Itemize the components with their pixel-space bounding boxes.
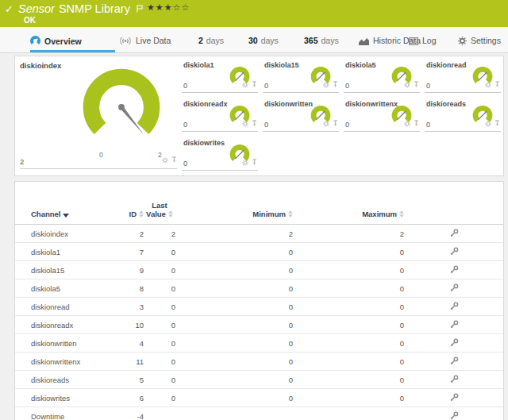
small-gauge-value: 0 <box>183 82 187 90</box>
tab-bar: Overview Live Data 2days 30days 365days … <box>0 27 508 53</box>
edit-channel-wrench-icon[interactable] <box>450 302 459 312</box>
table-row[interactable]: diskionreadx 10 0 0 0 <box>15 316 503 334</box>
gauge-pin-icon[interactable] <box>252 155 257 168</box>
channel-minimum: 2 <box>175 229 293 238</box>
channel-id: 7 <box>110 248 144 256</box>
primary-gauge-panel[interactable]: diskioindex 2 0 2 <box>20 56 177 169</box>
column-header-id[interactable]: ID <box>110 210 144 219</box>
column-header-minimum[interactable]: Minimum <box>175 210 293 219</box>
edit-channel-wrench-icon[interactable] <box>450 356 459 367</box>
channel-minimum: 0 <box>175 266 293 275</box>
table-row[interactable]: diskiola1 7 0 0 0 <box>15 243 503 261</box>
channel-minimum: 0 <box>175 339 293 348</box>
tab-live-data[interactable]: Live Data <box>119 36 171 47</box>
tab-2-days[interactable]: 2days <box>198 36 224 45</box>
column-header-last-value[interactable]: LastValue <box>144 201 175 219</box>
primary-gauge <box>77 65 166 148</box>
tab-365-days[interactable]: 365days <box>304 36 339 45</box>
table-row[interactable]: diskionread 3 0 0 0 <box>15 298 503 316</box>
edit-channel-wrench-icon[interactable] <box>450 320 459 330</box>
gauge-settings-gear-icon[interactable] <box>404 77 410 91</box>
tab-settings[interactable]: Settings <box>458 36 501 47</box>
table-row[interactable]: diskionwrittenx 11 0 0 0 <box>15 353 503 371</box>
gauge-pin-icon[interactable] <box>414 116 419 129</box>
small-gauge-panel[interactable]: diskionread 0 <box>425 58 501 93</box>
small-gauge-panel[interactable]: diskiola1 0 <box>182 58 258 93</box>
channel-name: Downtime <box>15 412 110 420</box>
small-gauge-panel[interactable]: diskioreads 0 <box>425 97 501 132</box>
small-gauge-title: diskiola1 <box>183 61 214 69</box>
gauge-settings-gear-icon[interactable] <box>323 116 329 129</box>
table-row[interactable]: Downtime -4 <box>15 407 503 420</box>
gauge-settings-gear-icon[interactable] <box>323 77 329 91</box>
gauge-settings-gear-icon[interactable] <box>485 77 491 91</box>
gauge-pin-icon[interactable] <box>414 77 419 91</box>
small-gauge-panel[interactable]: diskionwritten 0 <box>263 97 339 132</box>
channel-last-value: 0 <box>144 339 175 348</box>
tab-overview[interactable]: Overview <box>30 36 82 48</box>
flag-icon[interactable] <box>137 2 143 16</box>
tab-label: days <box>261 36 279 45</box>
small-gauge-panel[interactable]: diskionwrittenx 0 <box>344 97 420 132</box>
channels-table: Channel ID LastValue Minimum Maximum dis… <box>14 181 504 420</box>
tab-label: Settings <box>471 36 501 45</box>
tab-30-days[interactable]: 30days <box>248 36 279 45</box>
gauge-settings-gear-icon[interactable] <box>485 116 491 129</box>
channel-name: diskionwrittenx <box>15 357 110 366</box>
table-row[interactable]: diskiola5 8 0 0 0 <box>15 279 503 298</box>
table-row[interactable]: diskionwritten 4 0 0 0 <box>15 334 503 353</box>
gauge-pin-icon[interactable] <box>495 116 500 129</box>
small-gauge-panel[interactable]: diskionreadx 0 <box>182 97 258 132</box>
column-label: Maximum <box>362 210 397 218</box>
edit-channel-wrench-icon[interactable] <box>450 265 459 276</box>
edit-channel-wrench-icon[interactable] <box>450 375 459 385</box>
gauge-settings-gear-icon[interactable] <box>242 77 248 91</box>
edit-channel-wrench-icon[interactable] <box>450 411 459 420</box>
gauge-settings-gear-icon[interactable] <box>404 116 410 129</box>
sort-desc-icon <box>63 210 69 219</box>
tab-log[interactable]: Log <box>409 36 437 47</box>
table-row[interactable]: diskiola15 9 0 0 0 <box>15 261 503 279</box>
gauge-pin-icon[interactable] <box>333 116 338 129</box>
small-gauge-title: diskiowrites <box>183 139 225 147</box>
gauge-settings-gear-icon[interactable] <box>162 152 168 166</box>
small-gauge-panel[interactable]: diskiowrites 0 <box>182 136 258 171</box>
gauge-pin-icon[interactable] <box>333 77 338 91</box>
edit-channel-wrench-icon[interactable] <box>450 283 459 294</box>
small-gauge-panel[interactable]: diskiola15 0 <box>263 58 339 93</box>
ok-check-icon: ✓ <box>5 3 13 15</box>
edit-channel-wrench-icon[interactable] <box>450 393 459 403</box>
channel-maximum: 0 <box>293 376 404 384</box>
small-gauge-title: diskionread <box>426 61 467 69</box>
gauge-settings-gear-icon[interactable] <box>242 155 248 168</box>
table-row[interactable]: diskioreads 5 0 0 0 <box>15 371 503 389</box>
gauge-pin-icon[interactable] <box>495 77 500 91</box>
gauge-settings-gear-icon[interactable] <box>242 116 248 129</box>
gauge-pin-icon[interactable] <box>252 116 257 129</box>
channel-maximum: 0 <box>293 339 404 348</box>
tab-label: days <box>321 36 339 45</box>
channel-minimum: 0 <box>175 376 293 384</box>
edit-channel-wrench-icon[interactable] <box>450 338 459 349</box>
channel-maximum: 2 <box>293 229 404 238</box>
gauge-scale-min: 0 <box>99 151 103 159</box>
edit-channel-wrench-icon[interactable] <box>450 247 459 257</box>
gauge-pin-icon[interactable] <box>171 152 177 166</box>
tab-label: days <box>206 36 224 45</box>
small-gauges-grid: diskiola1 0 diskiola15 0 diskiola5 0 <box>182 58 501 171</box>
channel-maximum: 0 <box>293 357 404 366</box>
small-gauge-value: 0 <box>183 121 187 129</box>
gauge-icon <box>30 36 40 48</box>
sensor-title: SNMP Library <box>59 2 130 15</box>
priority-stars[interactable]: ★★★☆☆ <box>147 2 190 13</box>
column-header-channel[interactable]: Channel <box>15 210 110 219</box>
sort-icon <box>168 210 173 219</box>
small-gauge-title: diskionwritten <box>264 100 313 108</box>
column-header-maximum[interactable]: Maximum <box>293 210 404 219</box>
table-row[interactable]: diskioindex 2 2 2 2 <box>15 225 503 243</box>
edit-channel-wrench-icon[interactable] <box>450 229 459 239</box>
gauge-pin-icon[interactable] <box>252 77 257 91</box>
table-body: diskioindex 2 2 2 2 diskiola1 7 0 0 0 di… <box>15 225 503 420</box>
table-row[interactable]: diskiowrites 6 0 0 0 <box>15 389 503 407</box>
small-gauge-panel[interactable]: diskiola5 0 <box>344 58 420 93</box>
